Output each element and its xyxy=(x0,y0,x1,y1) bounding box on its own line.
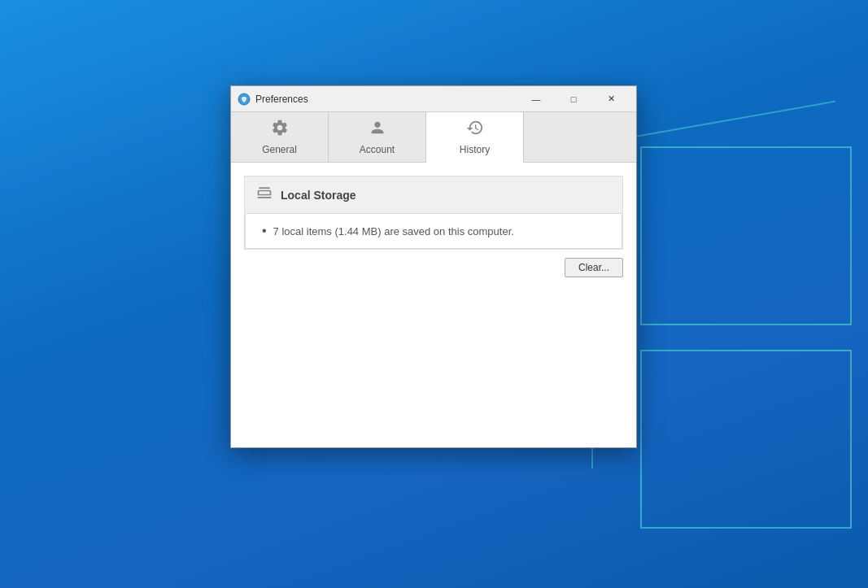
maximize-button[interactable]: □ xyxy=(555,89,592,110)
clear-button[interactable]: Clear... xyxy=(565,258,623,277)
local-storage-section: Local Storage • 7 local items (1.44 MB) … xyxy=(244,176,623,250)
general-tab-label: General xyxy=(262,144,297,155)
storage-body: • 7 local items (1.44 MB) are saved on t… xyxy=(245,214,622,249)
tab-history[interactable]: History xyxy=(426,112,524,163)
bullet-point: • xyxy=(262,224,267,238)
general-tab-icon xyxy=(271,119,289,141)
window-controls: — □ ✕ xyxy=(517,89,630,110)
storage-icon xyxy=(256,185,273,205)
storage-info-row: • 7 local items (1.44 MB) are saved on t… xyxy=(262,224,605,238)
clear-button-area: Clear... xyxy=(244,250,623,277)
account-tab-icon xyxy=(369,119,386,141)
minimize-button[interactable]: — xyxy=(517,89,555,110)
tab-account[interactable]: Account xyxy=(329,112,426,162)
history-tab-icon xyxy=(466,119,484,141)
content-area: Local Storage • 7 local items (1.44 MB) … xyxy=(231,163,636,447)
tab-general[interactable]: General xyxy=(231,112,329,162)
storage-info-text: 7 local items (1.44 MB) are saved on thi… xyxy=(273,225,514,237)
account-tab-label: Account xyxy=(360,144,395,155)
preferences-dialog: Preferences — □ ✕ General Account xyxy=(230,85,637,448)
dialog-title: Preferences xyxy=(255,94,517,105)
close-button[interactable]: ✕ xyxy=(592,89,630,110)
tab-bar: General Account History xyxy=(231,112,636,163)
storage-header: Local Storage xyxy=(245,176,622,214)
tab-spacer xyxy=(524,112,636,162)
app-icon xyxy=(238,93,251,106)
storage-title: Local Storage xyxy=(281,189,356,202)
title-bar: Preferences — □ ✕ xyxy=(231,86,636,112)
history-tab-label: History xyxy=(460,144,490,155)
